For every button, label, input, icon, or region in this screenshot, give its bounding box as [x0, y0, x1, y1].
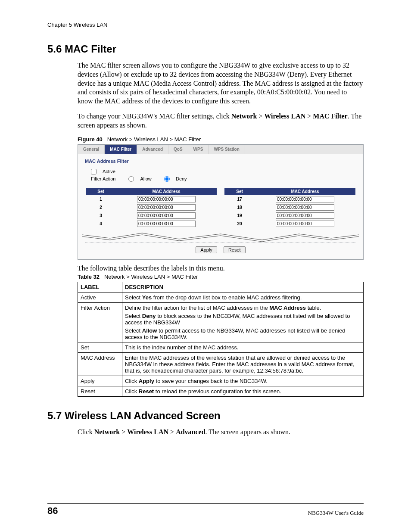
- set-num: 1: [86, 197, 116, 202]
- section-5-6-title: 5.6 MAC Filter: [47, 43, 364, 55]
- text: >: [305, 112, 313, 120]
- set-num: 3: [86, 213, 116, 218]
- mac-input-17[interactable]: [276, 196, 334, 202]
- active-checkbox[interactable]: [91, 169, 97, 174]
- tab-bar: General MAC Filter Advanced QoS WPS WPS …: [78, 145, 363, 154]
- page-number: 86: [47, 505, 58, 516]
- text: Click: [125, 378, 139, 384]
- row-label: MAC Address: [78, 353, 122, 376]
- panel-title: MAC Address Filter: [78, 154, 363, 165]
- table-row: Set This is the index number of the MAC …: [78, 342, 364, 353]
- text: Select: [125, 313, 142, 319]
- row-label: Reset: [78, 386, 122, 397]
- text: >: [120, 428, 127, 436]
- mac-filter-screenshot: General MAC Filter Advanced QoS WPS WPS …: [78, 144, 364, 260]
- text: to reload the previous configuration for…: [154, 388, 281, 395]
- mac-table-left: Set MAC Address 1 2 3 4: [86, 188, 217, 228]
- text: To change your NBG334W's MAC filter sett…: [78, 112, 231, 120]
- text: Click: [78, 428, 94, 436]
- mac-input-2[interactable]: [137, 204, 196, 211]
- col-mac: MAC Address: [116, 188, 217, 195]
- torn-page-icon: [82, 231, 359, 243]
- set-num: 4: [86, 221, 116, 226]
- description-table: LABEL DESCRIPTION Active Select Yes from…: [78, 282, 364, 397]
- tab-wps-station[interactable]: WPS Station: [209, 145, 245, 154]
- apply-button[interactable]: Apply: [196, 246, 217, 253]
- text: >: [168, 428, 176, 436]
- row-label: Set: [78, 342, 122, 353]
- table-row: Active Select Yes from the drop down lis…: [78, 292, 364, 303]
- deny-label: Deny: [176, 176, 187, 181]
- reset-button[interactable]: Reset: [224, 246, 246, 253]
- mac-input-1[interactable]: [137, 196, 196, 202]
- mac-input-4[interactable]: [137, 221, 196, 227]
- row-desc: Click Apply to save your changes back to…: [122, 376, 364, 386]
- nav-network: Network: [231, 112, 257, 120]
- tab-qos[interactable]: QoS: [168, 145, 188, 154]
- row-desc: Click Reset to reload the previous confi…: [122, 386, 364, 397]
- nav-network: Network: [94, 428, 120, 436]
- tab-general[interactable]: General: [78, 145, 105, 154]
- page-footer: 86 NBG334W User's Guide: [47, 503, 364, 516]
- active-label: Active: [103, 169, 115, 174]
- th-description: DESCRIPTION: [122, 282, 364, 292]
- mac-input-3[interactable]: [137, 212, 196, 219]
- table-intro: The following table describes the labels…: [78, 264, 364, 273]
- row-label: Filter Action: [78, 303, 122, 342]
- nav-advanced: Advanced: [176, 428, 205, 436]
- mac-input-18[interactable]: [276, 204, 334, 211]
- col-mac: MAC Address: [255, 188, 355, 195]
- text: Click: [125, 388, 139, 395]
- deny-radio[interactable]: [164, 176, 170, 182]
- row-desc: Enter the MAC addresses of the wireless …: [122, 353, 364, 376]
- text: >: [257, 112, 264, 120]
- set-num: 20: [224, 221, 255, 226]
- table-label: Table 32: [78, 274, 100, 280]
- nav-wireless-lan: Wireless LAN: [127, 428, 168, 436]
- text: to block access to the NBG334W, MAC addr…: [125, 313, 350, 326]
- section-5-6-para2: To change your NBG334W's MAC filter sett…: [78, 112, 364, 130]
- table-row: Apply Click Apply to save your changes b…: [78, 376, 364, 386]
- section-5-7-title: 5.7 Wireless LAN Advanced Screen: [47, 410, 364, 422]
- col-set: Set: [224, 188, 255, 195]
- row-label: Active: [78, 292, 122, 303]
- text: to permit access to the NBG334W, MAC add…: [125, 327, 346, 340]
- mac-input-19[interactable]: [276, 212, 334, 219]
- set-num: 17: [224, 197, 255, 202]
- bold: Reset: [139, 388, 154, 395]
- text: Select: [125, 294, 142, 301]
- set-num: 19: [224, 213, 255, 218]
- text: to save your changes back to the NBG334W…: [154, 378, 268, 384]
- tab-mac-filter[interactable]: MAC Filter: [105, 145, 137, 154]
- figure-caption: Figure 40 Network > Wireless LAN > MAC F…: [78, 136, 364, 143]
- table-row: Filter Action Define the filter action f…: [78, 303, 364, 342]
- table-row: MAC Address Enter the MAC addresses of t…: [78, 353, 364, 376]
- set-num: 18: [224, 205, 255, 210]
- nav-mac-filter: MAC Filter: [313, 112, 347, 120]
- set-num: 2: [86, 205, 116, 210]
- col-set: Set: [86, 188, 116, 195]
- tab-wps[interactable]: WPS: [188, 145, 209, 154]
- bold: Deny: [142, 313, 156, 319]
- book-title: NBG334W User's Guide: [308, 510, 364, 516]
- bold: Apply: [139, 378, 154, 384]
- text: Define the filter action for the list of…: [125, 305, 269, 311]
- allow-radio[interactable]: [128, 176, 134, 182]
- row-desc: Select Yes from the drop down list box t…: [122, 292, 364, 303]
- table-caption-text: Network > Wireless LAN > MAC Filter: [104, 274, 198, 280]
- tab-advanced[interactable]: Advanced: [137, 145, 168, 154]
- text: from the drop down list box to enable MA…: [152, 294, 302, 301]
- mac-table-right: Set MAC Address 17 18 19 20: [224, 188, 355, 228]
- nav-wireless-lan: Wireless LAN: [264, 112, 305, 120]
- chapter-header: Chapter 5 Wireless LAN: [47, 22, 364, 30]
- row-label: Apply: [78, 376, 122, 386]
- filter-action-label: Filter Action: [91, 176, 115, 181]
- mac-input-20[interactable]: [276, 221, 334, 227]
- allow-label: Allow: [140, 176, 151, 181]
- section-5-6-para1: The MAC filter screen allows you to conf…: [78, 61, 364, 106]
- th-label: LABEL: [78, 282, 122, 292]
- figure-label: Figure 40: [78, 136, 103, 143]
- bold: Yes: [142, 294, 152, 301]
- bold: Allow: [142, 327, 157, 334]
- row-desc: Define the filter action for the list of…: [122, 303, 364, 342]
